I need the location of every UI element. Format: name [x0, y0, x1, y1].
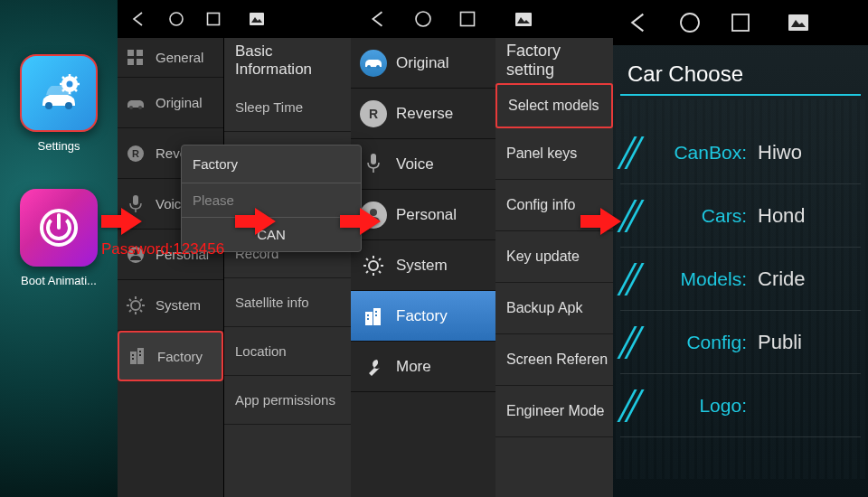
settings-panel-2: Original RReverse Voice Personal System … — [351, 0, 613, 497]
gallery-icon[interactable] — [788, 14, 808, 31]
sidebar-label: Factory — [396, 307, 448, 325]
sidebar-item-factory[interactable]: Factory — [351, 291, 495, 342]
home-icon[interactable] — [168, 11, 184, 27]
svg-rect-71 — [732, 14, 749, 31]
svg-point-46 — [416, 12, 430, 26]
svg-line-39 — [140, 299, 142, 301]
popup-title: Factory — [182, 145, 361, 183]
row-marker-icon — [620, 388, 647, 424]
config-row-canbox[interactable]: CanBox:Hiwo — [620, 121, 861, 184]
detail-item-select-models[interactable]: Select models — [495, 83, 613, 128]
sidebar-item-system[interactable]: System — [351, 240, 495, 291]
sidebar-item-more[interactable]: More — [351, 342, 495, 392]
back-icon[interactable] — [627, 12, 649, 33]
svg-line-37 — [140, 310, 142, 312]
svg-rect-68 — [375, 311, 377, 313]
sidebar-item-original[interactable]: Original — [118, 78, 223, 128]
config-row-logo[interactable]: Logo: — [620, 374, 861, 437]
svg-rect-19 — [127, 50, 134, 56]
app-boot-animation[interactable]: Boot Animati... — [20, 189, 98, 287]
detail-item[interactable]: Backup Apk — [495, 283, 613, 334]
sidebar-item-general[interactable]: General — [118, 38, 223, 78]
grid-icon — [125, 47, 146, 69]
car-icon — [125, 92, 146, 114]
svg-marker-77 — [580, 208, 621, 235]
sidebar-label: Original — [156, 95, 203, 110]
row-value: Publi — [758, 331, 802, 354]
svg-point-1 — [65, 102, 72, 109]
car-icon — [360, 50, 387, 77]
sidebar-label: System — [396, 257, 448, 275]
sidebar-item-reverse[interactable]: RReverse — [351, 89, 495, 139]
detail-item[interactable]: Sleep Time — [224, 83, 351, 132]
boot-animation-app-icon — [20, 189, 98, 267]
row-label: Config: — [655, 332, 747, 353]
config-row-config[interactable]: Config:Publi — [620, 311, 861, 374]
sidebar-item-voice[interactable]: Voice — [351, 139, 495, 190]
settings-panel-1: General Original RReverse Voice Personal… — [118, 0, 351, 497]
config-row-cars[interactable]: Cars:Hond — [620, 184, 861, 248]
mic-icon — [360, 151, 387, 178]
row-marker-icon — [620, 198, 647, 234]
detail-item[interactable]: Panel keys — [495, 128, 613, 180]
detail-item[interactable]: Location — [224, 327, 351, 376]
gallery-icon[interactable] — [250, 13, 264, 25]
svg-point-50 — [367, 65, 371, 69]
row-value: Hiwo — [758, 141, 802, 164]
settings-sidebar: General Original RReverse Voice Personal… — [118, 38, 224, 497]
flow-arrow-icon — [235, 206, 277, 237]
back-icon[interactable] — [130, 11, 146, 27]
svg-line-11 — [75, 77, 77, 79]
svg-text:R: R — [132, 148, 139, 159]
svg-rect-69 — [375, 314, 377, 316]
recent-icon[interactable] — [731, 13, 750, 33]
app-label: Settings — [38, 139, 80, 153]
recent-icon[interactable] — [459, 11, 476, 27]
home-icon[interactable] — [678, 11, 702, 34]
wrench-icon — [360, 353, 387, 380]
sidebar-item-system[interactable]: System — [118, 280, 223, 331]
row-value: Cride — [758, 267, 806, 291]
r-circle-icon: R — [125, 143, 146, 164]
gear-icon — [125, 295, 146, 316]
svg-point-23 — [129, 106, 133, 109]
detail-header: Factory setting — [495, 38, 613, 83]
factory-settings-detail: Factory setting Select models Panel keys… — [495, 38, 613, 497]
svg-rect-48 — [515, 13, 532, 26]
svg-rect-22 — [137, 59, 143, 65]
sidebar-label: Reverse — [396, 105, 453, 123]
svg-rect-66 — [367, 314, 369, 316]
app-settings[interactable]: Settings — [20, 54, 98, 153]
detail-item[interactable]: Screen Referen — [495, 334, 613, 386]
svg-line-63 — [379, 258, 381, 260]
sidebar-label: General — [156, 50, 203, 65]
svg-point-70 — [681, 14, 699, 32]
sidebar-item-original[interactable]: Original — [351, 38, 495, 89]
svg-line-36 — [129, 299, 131, 301]
android-nav-bar — [351, 0, 613, 38]
app-label: Boot Animati... — [21, 274, 97, 287]
sidebar-item-factory[interactable]: Factory — [118, 331, 223, 381]
svg-marker-74 — [101, 208, 142, 235]
row-value: Hond — [758, 204, 806, 228]
gallery-icon[interactable] — [515, 13, 532, 26]
row-marker-icon — [620, 261, 647, 297]
detail-item[interactable]: Satellite info — [224, 278, 351, 327]
svg-line-8 — [62, 77, 64, 79]
svg-rect-43 — [132, 358, 134, 360]
sidebar-label: Personal — [396, 206, 457, 224]
row-label: Models: — [655, 268, 747, 290]
svg-marker-76 — [340, 208, 381, 235]
back-icon[interactable] — [369, 10, 387, 28]
svg-rect-44 — [139, 351, 141, 352]
config-row-models[interactable]: Models:Cride — [620, 248, 861, 311]
gear-icon — [360, 252, 387, 279]
svg-point-0 — [45, 102, 52, 109]
home-icon[interactable] — [414, 10, 432, 28]
detail-item[interactable]: Key update — [495, 231, 613, 283]
recent-icon[interactable] — [206, 12, 221, 26]
svg-marker-75 — [235, 208, 276, 235]
detail-item[interactable]: Engineer Mode — [495, 386, 613, 437]
svg-rect-27 — [133, 195, 138, 205]
detail-item[interactable]: App permissions — [224, 376, 351, 425]
